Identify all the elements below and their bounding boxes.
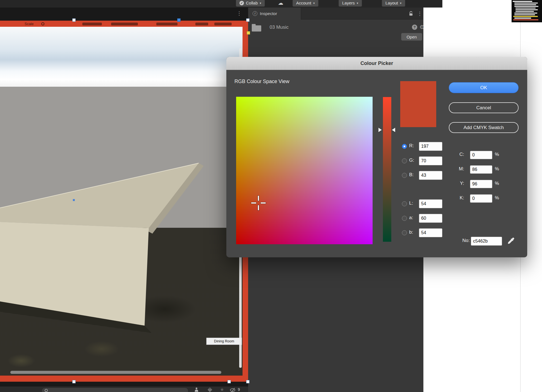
chevron-down-icon: ▾ (400, 0, 402, 6)
open-button[interactable]: Open (401, 33, 422, 41)
lock-icon[interactable] (409, 11, 413, 17)
channel-row-lab-b: b: (402, 228, 463, 237)
radio-a[interactable] (402, 216, 407, 221)
scene-toolbar-fragment: Scale (25, 22, 34, 26)
radio-r[interactable] (402, 144, 407, 149)
selection-handle-bottom-center[interactable] (227, 380, 231, 383)
colour-space-label: RGB Colour Space View (234, 79, 289, 84)
a-input[interactable] (419, 214, 442, 223)
tab-inspector[interactable]: i Inspector (248, 8, 301, 20)
hex-row: No: (450, 237, 522, 246)
star-icon[interactable]: ★ (220, 387, 224, 392)
selection-frame (0, 21, 249, 382)
percent-sign: % (495, 195, 499, 201)
a-label: a: (409, 215, 418, 221)
cloud-icon[interactable]: ☁ (278, 0, 283, 6)
k-input[interactable] (470, 194, 492, 203)
layers-button[interactable]: Layers ▾ (339, 0, 362, 7)
cmyk-row-m: M: % (455, 165, 517, 174)
m-input[interactable] (470, 165, 492, 174)
channel-row-a: a: (402, 214, 463, 223)
hidden-eye-icon[interactable] (230, 388, 235, 392)
account-button[interactable]: Account ▾ (292, 0, 318, 7)
r-label: R: (409, 143, 418, 149)
percent-sign: % (495, 152, 499, 157)
color-crosshair (251, 202, 256, 204)
selection-handle-top-center[interactable] (177, 18, 181, 22)
b-input[interactable] (419, 171, 442, 180)
current-color-swatch (400, 81, 436, 127)
collab-check-icon: ✓ (239, 1, 244, 5)
ok-button[interactable]: OK (449, 82, 519, 93)
radio-b[interactable] (402, 173, 407, 178)
g-input[interactable] (419, 156, 442, 165)
hex-input[interactable] (471, 237, 502, 246)
percent-sign: % (495, 166, 499, 172)
inspector-tab-label: Inspector (260, 8, 277, 20)
gear-icon[interactable]: ⚙ (419, 24, 425, 30)
dialog-titlebar[interactable]: Colour Picker (226, 57, 527, 70)
eyedropper-icon[interactable] (507, 237, 515, 245)
g-label: G: (409, 158, 418, 163)
radio-lab-b[interactable] (402, 230, 407, 235)
y-label: Y: (455, 181, 464, 186)
c-label: C: (455, 152, 464, 157)
scene-horizontal-scrollbar[interactable] (10, 371, 221, 374)
dialog-title: Colour Picker (360, 61, 393, 66)
toolbar-text-smudge (156, 23, 178, 25)
red-channel-slider[interactable] (383, 97, 391, 242)
m-label: M: (455, 166, 464, 172)
slider-arrow-left[interactable] (378, 128, 382, 132)
selection-handle-top-left[interactable] (72, 18, 76, 22)
chevron-down-icon: ▾ (260, 0, 262, 6)
selection-handle-anchor[interactable] (247, 31, 250, 35)
folder-icon (252, 25, 261, 32)
color-crosshair (261, 202, 266, 204)
account-label: Account (296, 0, 311, 6)
inspector-menu-icon[interactable]: ⋮ (417, 11, 422, 17)
radio-g[interactable] (402, 158, 407, 163)
l-input[interactable] (419, 199, 442, 208)
collab-button[interactable]: ✓ Collab ▾ (236, 0, 265, 7)
channel-row-b: B: (402, 171, 463, 180)
cmyk-row-k: K: % (455, 194, 517, 203)
selection-handle-bottom-left[interactable] (72, 380, 76, 383)
y-input[interactable] (470, 180, 492, 188)
radio-l[interactable] (402, 201, 407, 206)
c-input[interactable] (470, 151, 492, 159)
toolbar-text-smudge (111, 23, 138, 25)
panel-menu-icon[interactable]: ⋮ (237, 10, 242, 16)
channel-row-l: L: (402, 199, 463, 208)
layers-label: Layers (342, 0, 355, 6)
layout-button[interactable]: Layout ▾ (382, 0, 405, 7)
scene-render[interactable] (0, 27, 243, 376)
selection-handle-bottom-right[interactable] (246, 380, 250, 383)
main-toolbar: ✓ Collab ▾ ☁ Account ▾ Layers ▾ Layout ▾ (0, 0, 442, 8)
hidden-count: 9 (238, 387, 240, 392)
r-input[interactable] (419, 142, 442, 151)
l-label: L: (409, 200, 418, 206)
scene-geometry (0, 27, 243, 376)
color-crosshair (258, 205, 259, 210)
tag-icon[interactable] (208, 388, 212, 392)
layout-label: Layout (385, 0, 398, 6)
lab-b-input[interactable] (419, 228, 442, 237)
colour-picker-dialog: Colour Picker RGB Colour Space View (226, 57, 527, 257)
channel-row-r: R: (402, 142, 463, 151)
selection-handle-top-right[interactable] (246, 18, 250, 22)
help-icon[interactable]: ? (412, 25, 417, 30)
k-label: K: (455, 195, 464, 201)
screen: ✓ Collab ▾ ☁ Account ▾ Layers ▾ Layout ▾ (0, 0, 542, 392)
color-field[interactable] (236, 97, 373, 244)
search-input[interactable] (42, 388, 188, 392)
color-field-gradient (236, 97, 373, 244)
asset-title: 03 Music (270, 25, 289, 30)
b-label: B: (409, 172, 418, 178)
slider-arrow-right[interactable] (392, 128, 395, 132)
cancel-button[interactable]: Cancel (449, 102, 519, 113)
scene-visibility-icon[interactable] (194, 388, 199, 392)
project-window-thumbnail (512, 0, 542, 22)
toolbar-text-smudge (195, 23, 208, 25)
chevron-down-icon: ▾ (313, 0, 315, 6)
add-cmyk-swatch-button[interactable]: Add CMYK Swatch (449, 122, 519, 133)
